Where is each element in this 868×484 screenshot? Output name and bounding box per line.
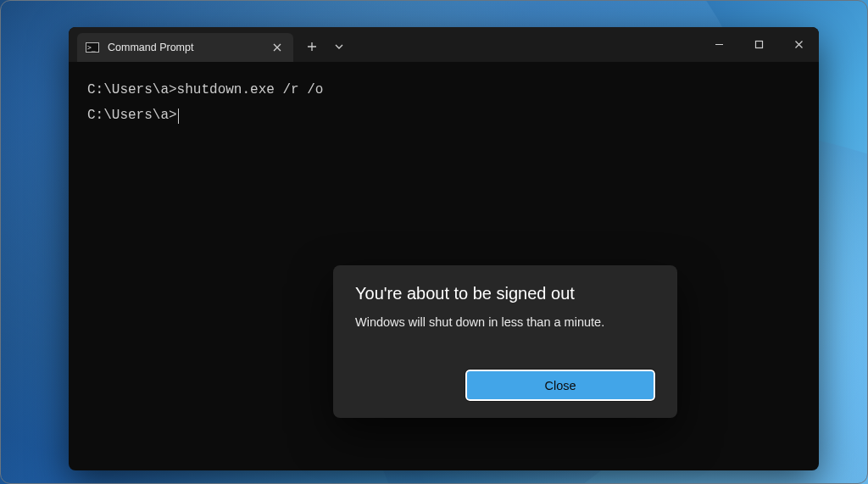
title-bar[interactable]: Command Prompt bbox=[69, 27, 819, 62]
maximize-button[interactable] bbox=[739, 27, 779, 62]
tab-command-prompt[interactable]: Command Prompt bbox=[77, 33, 293, 62]
tab-dropdown-button[interactable] bbox=[326, 33, 353, 60]
dialog-body: Windows will shut down in less than a mi… bbox=[355, 315, 655, 329]
new-tab-button[interactable] bbox=[298, 33, 326, 60]
dialog-close-button[interactable]: Close bbox=[465, 370, 655, 401]
command-prompt-icon bbox=[86, 42, 99, 53]
terminal-body[interactable]: C:\Users\a>shutdown.exe /r /o C:\Users\a… bbox=[69, 62, 819, 144]
minimize-button[interactable] bbox=[699, 27, 739, 62]
terminal-line: C:\Users\a>shutdown.exe /r /o bbox=[87, 77, 800, 103]
tab-close-button[interactable] bbox=[270, 40, 285, 55]
dialog-title: You're about to be signed out bbox=[355, 284, 655, 303]
signout-dialog: You're about to be signed out Windows wi… bbox=[333, 265, 677, 418]
tab-title: Command Prompt bbox=[108, 42, 261, 53]
dialog-actions: Close bbox=[355, 370, 655, 401]
window-controls bbox=[699, 27, 819, 62]
svg-rect-0 bbox=[756, 42, 763, 48]
close-window-button[interactable] bbox=[779, 27, 819, 62]
terminal-prompt: C:\Users\a> bbox=[87, 103, 177, 128]
tab-strip: Command Prompt bbox=[69, 27, 293, 62]
text-cursor-icon bbox=[178, 108, 180, 124]
